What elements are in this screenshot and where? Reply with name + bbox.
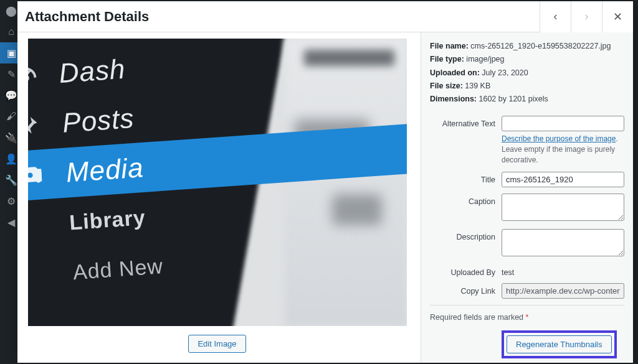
meta-label-dimensions: Dimensions: [430, 95, 477, 103]
gauge-icon [28, 58, 43, 93]
uploaded-by-row: Uploaded By test [430, 264, 624, 277]
uploaded-by-label: Uploaded By [430, 264, 502, 277]
alt-text-hint-link[interactable]: Describe the purpose of the image [502, 134, 616, 143]
required-note-text: Required fields are marked [430, 313, 526, 322]
camera-music-icon [28, 158, 50, 193]
chevron-right-icon: › [585, 10, 589, 23]
meta-value-filename: cms-265126_1920-e1595538202227.jpg [470, 42, 611, 50]
meta-value-filesize: 139 KB [465, 82, 490, 90]
modal-title: Attachment Details [22, 9, 149, 25]
modal-body: Dash Posts Media [17, 32, 633, 363]
alt-text-row: Alternative Text Describe the purpose of… [430, 116, 624, 165]
attachment-image: Dash Posts Media [28, 39, 407, 326]
attachment-preview-pane: Dash Posts Media [17, 32, 421, 363]
meta-value-filetype: image/jpeg [466, 55, 504, 63]
title-row: Title [430, 172, 624, 187]
regenerate-highlight-box: Regenerate Thumbnails [502, 330, 617, 358]
title-label: Title [430, 172, 502, 184]
close-modal-button[interactable]: ✕ [602, 1, 633, 32]
regenerate-thumbnails-button[interactable]: Regenerate Thumbnails [507, 335, 612, 353]
attachment-settings: Alternative Text Describe the purpose of… [430, 116, 624, 363]
close-icon: ✕ [613, 10, 622, 24]
caption-input[interactable] [502, 194, 624, 221]
caption-row: Caption [430, 194, 624, 223]
meta-label-filename: File name: [430, 42, 469, 50]
prev-attachment-button[interactable]: ‹ [540, 1, 571, 32]
copy-link-input[interactable] [502, 283, 624, 299]
attachment-details-modal: Attachment Details ‹ › ✕ [17, 1, 633, 363]
required-asterisk: * [526, 313, 529, 322]
copy-link-label: Copy Link [430, 283, 502, 296]
copy-link-row: Copy Link [430, 283, 624, 299]
alt-text-input[interactable] [502, 116, 624, 131]
description-label: Description [430, 229, 502, 241]
pin-icon [28, 108, 46, 143]
title-input[interactable] [502, 172, 624, 187]
required-fields-note: Required fields are marked * [430, 305, 624, 322]
meta-value-uploaded: July 23, 2020 [482, 68, 528, 77]
next-attachment-button[interactable]: › [571, 1, 602, 32]
caption-label: Caption [430, 194, 502, 206]
description-input[interactable] [502, 229, 624, 256]
chevron-left-icon: ‹ [554, 10, 558, 23]
meta-label-filetype: File type: [430, 55, 464, 63]
meta-value-dimensions: 1602 by 1201 pixels [479, 95, 548, 103]
meta-label-filesize: File size: [430, 82, 463, 90]
edit-image-button[interactable]: Edit Image [188, 335, 245, 353]
description-row: Description [430, 229, 624, 258]
meta-label-uploaded: Uploaded on: [430, 68, 480, 77]
attachment-details-pane: File name: cms-265126_1920-e159553820222… [421, 32, 633, 363]
attachment-meta: File name: cms-265126_1920-e159553820222… [430, 40, 624, 106]
modal-header: Attachment Details ‹ › ✕ [17, 1, 633, 32]
alt-text-hint: Describe the purpose of the image. Leave… [502, 134, 624, 165]
uploaded-by-value: test [502, 264, 624, 277]
alt-text-label: Alternative Text [430, 116, 502, 128]
modal-nav: ‹ › ✕ [540, 1, 633, 32]
